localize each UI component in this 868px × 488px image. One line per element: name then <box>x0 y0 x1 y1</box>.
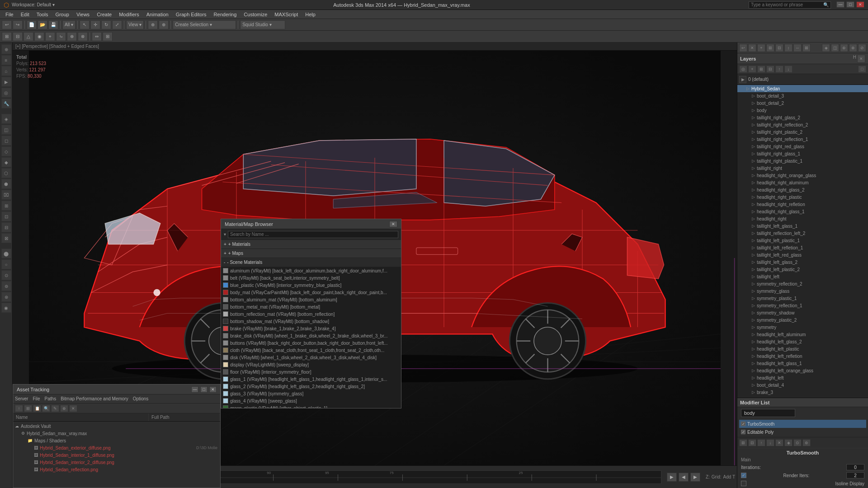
mat-item[interactable]: body_mat (VRayCarPaintMtl) [back_left_do… <box>221 289 401 296</box>
asset-item[interactable]: 🖼Hybrid_Sedan_interior_2_diffuse.png <box>13 459 220 466</box>
tb2-8[interactable]: ⊗ <box>78 32 88 41</box>
sb-s1[interactable]: ◈ <box>1 114 11 124</box>
sb-s11[interactable]: ⊟ <box>1 222 11 232</box>
layer-item[interactable]: ▷headlight_left_aluminum <box>737 331 868 338</box>
layer-item[interactable]: ▷taillight_left <box>737 273 868 280</box>
mat-item[interactable]: brake_disk (VRayMtl) [wheel_1_brake_disk… <box>221 332 401 339</box>
tb-snap[interactable]: ⊕ <box>148 20 158 29</box>
sb-b4[interactable]: ⊚ <box>1 281 11 291</box>
rp-mode-5[interactable]: ⊘ <box>858 44 866 52</box>
layer-item[interactable]: ▷headlight_left_plastic <box>737 345 868 352</box>
sb-modify[interactable]: ≡ <box>1 55 11 65</box>
sb-motion[interactable]: ▶ <box>1 77 11 87</box>
lt-1[interactable]: ◎ <box>739 66 747 73</box>
editpoly-checkbox[interactable]: ✓ <box>741 430 745 434</box>
layer-item[interactable]: ▷taillight_left_plastic_1 <box>737 237 868 244</box>
menu-item-create[interactable]: Create <box>93 11 115 18</box>
mod-tb6[interactable]: ◈ <box>784 439 793 446</box>
sb-s4[interactable]: ◇ <box>1 146 11 156</box>
layer-item[interactable]: ▷symmetry_shadow <box>737 309 868 316</box>
rp-icon-6[interactable]: ↕ <box>784 44 793 52</box>
menu-item-animation[interactable]: Animation <box>143 11 172 18</box>
sb-s10[interactable]: ⊡ <box>1 211 11 221</box>
sb-b3[interactable]: ⊙ <box>1 270 11 280</box>
layer-item[interactable]: ▷boot_detail_2 <box>737 99 868 107</box>
tb2-4[interactable]: ◉ <box>34 32 44 41</box>
mat-section-scene[interactable]: - - Scene Materials <box>221 258 401 267</box>
lt-2[interactable]: + <box>748 66 756 73</box>
asset-menu-item-server[interactable]: Server <box>15 396 28 401</box>
rp-icon-5[interactable]: ⊟ <box>775 44 783 52</box>
close-button[interactable]: ✕ <box>856 1 864 8</box>
mat-section-materials[interactable]: + + Materials <box>221 240 401 249</box>
tb2-6[interactable]: ⤿ <box>56 32 66 41</box>
sb-s12[interactable]: ⊠ <box>1 233 11 243</box>
menu-item-file[interactable]: File <box>2 11 17 18</box>
mat-item[interactable]: brake (VRayMtl) [brake_1,brake_2,brake_3… <box>221 325 401 332</box>
layers-expand[interactable]: ▶ <box>739 76 746 83</box>
asset-item[interactable]: 📁Maps / Shaders <box>13 437 220 444</box>
layer-item[interactable]: ▷symmetry_plastic_1 <box>737 295 868 302</box>
prev-frame[interactable]: ◀ <box>679 473 689 482</box>
asset-tb3[interactable]: 📋 <box>33 405 41 412</box>
sb-s2[interactable]: ◫ <box>1 125 11 135</box>
layer-item[interactable]: ▷headlight_right_refletion <box>737 201 868 208</box>
mod-tb7[interactable]: ⊙ <box>793 439 802 446</box>
layer-item[interactable]: ▷taillight_left_red_glass <box>737 251 868 258</box>
mat-section-maps[interactable]: + + Maps <box>221 249 401 258</box>
menu-item-tools[interactable]: Tools <box>33 11 52 18</box>
next-frame[interactable]: ▶ <box>690 473 700 482</box>
mat-browser-close[interactable]: ✕ <box>389 221 397 227</box>
layers-close[interactable]: ✕ <box>857 55 865 63</box>
mat-item[interactable]: belt (VRayMtl) [back_seat_belt,interior_… <box>221 274 401 282</box>
menu-item-graph-editors[interactable]: Graph Editors <box>172 11 210 18</box>
lt-6[interactable]: ↓ <box>784 66 793 73</box>
layer-item[interactable]: ▷headlight_right_orange_glass <box>737 172 868 179</box>
play-btn[interactable]: ▶ <box>667 473 677 482</box>
layer-item[interactable]: ▷headlight_right_aluminum <box>737 179 868 186</box>
layer-item[interactable]: ▷boot_detail_4 <box>737 381 868 389</box>
layer-item[interactable]: ▷headlight_left_orange_glass <box>737 367 868 374</box>
menu-item-customize[interactable]: Customize <box>240 11 271 18</box>
layer-item[interactable]: ▷headlight_right_glass_2 <box>737 186 868 193</box>
layer-item[interactable]: ▷taillight_left_refletion_1 <box>737 244 868 251</box>
layer-item[interactable]: ▷taillight_reflection_left_2 <box>737 230 868 237</box>
minimize-button[interactable]: — <box>836 1 844 8</box>
sb-s6[interactable]: ⬡ <box>1 168 11 178</box>
layer-item[interactable]: ▷taillight_right_reflection_2 <box>737 121 868 128</box>
mod-tb3[interactable]: ↑ <box>757 439 765 446</box>
menu-item-maxscript[interactable]: MAXScript <box>271 11 302 18</box>
rp-icon-2[interactable]: ✕ <box>748 44 756 52</box>
asset-item[interactable]: 🖼Hybrid_Sedan_interior_1_diffuse.png <box>13 451 220 459</box>
lt-5[interactable]: ↑ <box>775 66 783 73</box>
menu-item-modifiers[interactable]: Modifiers <box>115 11 143 18</box>
sb-s7[interactable]: ⬢ <box>1 179 11 189</box>
tb-save[interactable]: 💾 <box>48 20 58 29</box>
tb-undo[interactable]: ↩ <box>2 20 12 29</box>
search-box[interactable]: 🔍 <box>749 1 831 9</box>
sb-b2[interactable]: ○ <box>1 259 11 269</box>
sb-create[interactable]: ⊕ <box>1 44 11 54</box>
layer-item[interactable]: ▷taillight_right_red_glass <box>737 143 868 150</box>
tb-scale[interactable]: ⤢ <box>112 20 122 29</box>
mat-item[interactable]: glass_1 (VRayMtl) [headlight_left_glass_… <box>221 375 401 383</box>
tb-squid[interactable]: Squid Studio ▾ <box>240 20 285 29</box>
layer-item[interactable]: ▷symmetry <box>737 324 868 331</box>
mod-tb4[interactable]: ↓ <box>766 439 774 446</box>
asset-item[interactable]: 🖼Hybrid_Sedan_exterior_diffuse.pngD:\3D … <box>13 444 220 451</box>
modifier-name-input[interactable] <box>741 409 795 417</box>
layer-item[interactable]: ▷taillight_right_plastic_1 <box>737 157 868 164</box>
layer-item[interactable]: ▷symmetry_reflection_1 <box>737 302 868 309</box>
menu-item-rendering[interactable]: Rendering <box>210 11 241 18</box>
rp-mode-4[interactable]: ⊗ <box>849 44 857 52</box>
layer-item[interactable]: ▷taillight_left_glass_2 <box>737 258 868 266</box>
asset-close[interactable]: ✕ <box>209 386 217 393</box>
turbosm-checkbox[interactable]: ✓ <box>741 422 745 426</box>
asset-menu-item-file[interactable]: File <box>33 396 40 401</box>
mod-tb1[interactable]: ⊞ <box>739 439 747 446</box>
tb-view[interactable]: View ▾ <box>126 20 144 29</box>
asset-item[interactable]: ☁Autodesk Vault <box>13 422 220 430</box>
layer-item[interactable]: ▷symmetry_glass <box>737 287 868 295</box>
mat-item[interactable]: bottom_aluminum_mat (VRayMtl) [bottom_al… <box>221 296 401 303</box>
mat-item[interactable]: floor (VRayMtl) [interior_symmetry_floor… <box>221 368 401 375</box>
